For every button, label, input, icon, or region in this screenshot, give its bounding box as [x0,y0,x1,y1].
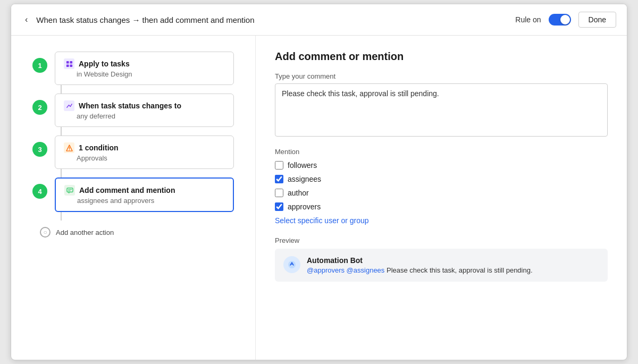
step-1-title: Apply to tasks [79,60,130,68]
step-4-sub: assignees and approvers [64,197,224,205]
comment-label: Type your comment [275,72,608,80]
checkbox-row-approvers: approvers [275,202,608,211]
svg-rect-1 [70,61,72,63]
label-author[interactable]: author [288,189,309,197]
step-card-2-header: When task status changes to [64,100,225,111]
step-card-1-header: Apply to tasks [64,58,225,69]
step-number-4: 4 [32,184,47,199]
header-right: Rule on Done [515,12,616,28]
step-3-title: 1 condition [79,143,119,152]
panel-title: Add comment or mention [275,50,608,63]
label-assignees[interactable]: assignees [288,175,321,183]
checkbox-row-assignees: assignees [275,175,608,183]
step-number-3: 3 [32,142,47,157]
connector-2 [61,127,62,136]
preview-mentions: @approvers @assignees [307,266,384,274]
bot-avatar [283,256,300,273]
condition-icon [64,142,74,153]
step-card-1[interactable]: Apply to tasks in Website Design [55,52,234,85]
connector-3 [61,169,62,177]
preview-text: Please check this task, approval is stil… [384,266,532,274]
svg-point-6 [69,149,69,150]
header-left: ‹ When task status changes → then add co… [22,14,255,26]
header-title: When task status changes → then add comm… [36,15,254,24]
tasks-icon [64,58,74,69]
comment-icon [64,185,75,196]
preview-content: Automation Bot @approvers @assignees Ple… [307,256,533,274]
checkbox-row-author: author [275,189,608,197]
checkbox-assignees[interactable] [275,175,283,183]
svg-rect-7 [66,188,72,191]
bot-name: Automation Bot [307,256,533,265]
preview-message: @approvers @assignees Please check this … [307,266,533,274]
connector-1 [61,85,62,94]
checkbox-author[interactable] [275,189,283,197]
mention-label: Mention [275,148,608,156]
rule-on-label: Rule on [515,15,541,24]
checkbox-row-followers: followers [275,161,608,170]
preview-card: Automation Bot @approvers @assignees Ple… [275,249,608,282]
step-1: 1 Apply to tasks in Web [32,52,234,85]
step-4-title: Add comment and mention [79,186,175,194]
add-action-row[interactable]: ○ Add another action [40,223,234,242]
step-1-sub: in Website Design [64,70,225,78]
preview-label: Preview [275,236,608,244]
rule-toggle[interactable] [549,14,571,26]
checkbox-followers[interactable] [275,161,283,170]
step-card-4[interactable]: Add comment and mention assignees and ap… [55,177,234,212]
done-button[interactable]: Done [578,12,616,28]
step-card-2[interactable]: When task status changes to any deferred [55,94,234,127]
left-panel: 1 Apply to tasks in Web [11,36,256,360]
step-2-title: When task status changes to [79,101,181,110]
label-followers[interactable]: followers [288,161,317,170]
comment-textarea[interactable]: Please check this task, approval is stil… [275,83,608,137]
status-icon [64,100,74,111]
select-user-link[interactable]: Select specific user or group [275,216,608,225]
svg-rect-0 [66,61,69,63]
add-action-circle: ○ [40,227,51,238]
step-card-3-header: 1 condition [64,142,225,153]
step-3-sub: Approvals [64,154,225,162]
connector-4 [61,212,62,221]
step-4: 4 Add comment and mention [32,177,234,212]
svg-rect-3 [70,64,72,67]
step-card-4-header: Add comment and mention [64,185,224,196]
step-card-3[interactable]: 1 condition Approvals [55,136,234,169]
main-body: 1 Apply to tasks in Web [11,36,627,360]
step-2: 2 When task status changes to any deferr… [32,94,234,127]
add-action-label: Add another action [56,228,114,236]
label-approvers[interactable]: approvers [288,202,321,211]
main-window: ‹ When task status changes → then add co… [11,4,627,360]
preview-section: Preview Automation Bot @approvers @assig… [275,236,608,282]
header: ‹ When task status changes → then add co… [11,4,627,36]
right-panel: Add comment or mention Type your comment… [256,36,627,360]
svg-rect-2 [66,64,69,67]
step-3: 3 1 condition Approvals [32,136,234,169]
back-button[interactable]: ‹ [22,14,31,26]
step-number-1: 1 [32,58,47,73]
step-2-sub: any deferred [64,112,225,120]
mention-section: Mention followers assignees author appro… [275,148,608,225]
step-number-2: 2 [32,100,47,115]
checkbox-approvers[interactable] [275,202,283,211]
toggle-container [549,14,571,26]
